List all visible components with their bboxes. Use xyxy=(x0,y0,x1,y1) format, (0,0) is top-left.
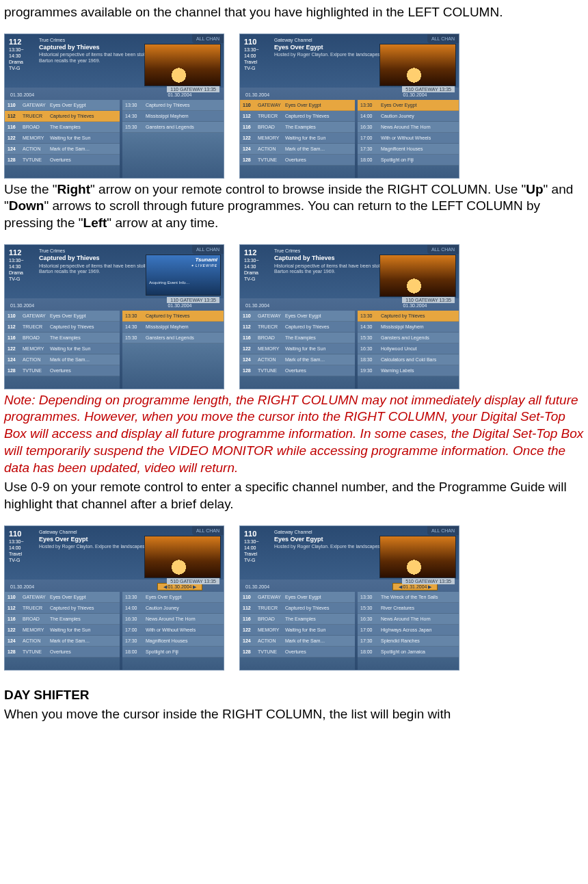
channel-row[interactable]: 112TRUECRCaptured by Thieves xyxy=(240,111,355,122)
channel-row[interactable]: 122MEMORYWaiting for the Sun xyxy=(5,625,120,636)
channel-row[interactable]: 116BROADThe Examples xyxy=(240,122,355,133)
channel-num: 128 xyxy=(243,367,258,374)
channel-row[interactable]: 112TRUECRCaptured by Thieves xyxy=(5,322,120,333)
monitor-label: 510 GATEWAY 13:35 xyxy=(402,578,455,584)
schedule-row[interactable]: 13:30Captured by Thieves xyxy=(122,311,224,322)
schedule-row[interactable]: 13:30Captured by Thieves xyxy=(358,311,459,322)
day-shifter[interactable]: 01.31.2004 xyxy=(392,583,438,590)
schedule-row[interactable]: 14:30Mississippi Mayhem xyxy=(358,322,459,333)
channel-call: GATEWAY xyxy=(23,102,50,108)
schedule-title: News Around The Horn xyxy=(381,616,456,622)
kw-up: Up xyxy=(526,182,543,196)
channel-num: 128 xyxy=(243,649,258,655)
channel-row[interactable]: 110GATEWAYEyes Over Eygpt xyxy=(5,100,120,111)
channel-row[interactable]: 112TRUECRCaptured by Thieves xyxy=(5,111,120,122)
channel-row[interactable]: 116BROADThe Examples xyxy=(5,122,120,133)
schedule-row[interactable]: 15:30Gansters and Legends xyxy=(122,333,224,343)
schedule-time: 17:00 xyxy=(125,627,146,633)
schedule-row[interactable]: 16:30News Around The Horn xyxy=(122,614,224,625)
channel-row[interactable]: 122MEMORYWaiting for the Sun xyxy=(5,343,120,354)
schedule-time: 13:30 xyxy=(360,594,381,600)
schedule-row[interactable]: 14:00Caution Jouney xyxy=(122,603,224,614)
video-monitor xyxy=(379,536,456,578)
schedule-title: Spotlight on Fiji xyxy=(381,157,456,163)
channel-row[interactable]: 112TRUECRCaptured by Thieves xyxy=(240,322,355,333)
schedule-row[interactable]: 18:00Spotlight on Fiji xyxy=(358,155,459,166)
channel-num: 122 xyxy=(8,346,23,352)
channel-row[interactable]: 116BROADThe Examples xyxy=(5,333,120,343)
schedule-row[interactable]: 17:00With or Without Wheels xyxy=(358,133,459,144)
channel-row[interactable]: 124ACTIONMark of the Sam… xyxy=(5,354,120,365)
channel-row[interactable]: 128TVTUNEOvertures xyxy=(240,647,355,658)
schedule-row[interactable]: 16:30News Around The Horn xyxy=(358,614,459,625)
channel-num: 112 xyxy=(8,113,23,119)
channel-row[interactable]: 112TRUECRCaptured by Thieves xyxy=(240,603,355,614)
schedule-title: Mississippi Mayhem xyxy=(146,324,221,330)
channel-prog: Overtures xyxy=(50,367,117,374)
channel-row[interactable]: 122MEMORYWaiting for the Sun xyxy=(5,133,120,144)
schedule-row[interactable]: 17:30Magnificent Houses xyxy=(122,636,224,647)
channel-row[interactable]: 124ACTIONMark of the Sam… xyxy=(5,636,120,647)
programme-rating: TV-G xyxy=(9,276,35,282)
channel-row[interactable]: 128TVTUNEOvertures xyxy=(240,155,355,166)
channel-row[interactable]: 110GATEWAYEyes Over Eygpt xyxy=(5,592,120,603)
schedule-row[interactable]: 16:30News Around The Horn xyxy=(358,122,459,133)
channel-row[interactable]: 112TRUECRCaptured by Thieves xyxy=(5,603,120,614)
schedule-row[interactable]: 16:30Hollywood Uncut xyxy=(358,343,459,354)
schedule-row[interactable]: 13:30The Wreck of the Ten Sails xyxy=(358,592,459,603)
channel-call: MEMORY xyxy=(23,346,50,352)
channel-row[interactable]: 122MEMORYWaiting for the Sun xyxy=(240,625,355,636)
channel-num: 110 xyxy=(8,102,23,108)
schedule-row[interactable]: 17:30Splendid Ranches xyxy=(358,636,459,647)
channel-row[interactable]: 124ACTIONMark of the Sam… xyxy=(240,144,355,155)
channel-number: 110 xyxy=(9,529,35,538)
channel-call: BROAD xyxy=(258,616,285,622)
channel-row[interactable]: 128TVTUNEOvertures xyxy=(5,365,120,376)
channel-row[interactable]: 116BROADThe Examples xyxy=(5,614,120,625)
channel-prog: Captured by Thieves xyxy=(285,605,352,611)
channel-num: 124 xyxy=(243,146,258,152)
channel-row[interactable]: 128TVTUNEOvertures xyxy=(240,365,355,376)
schedule-row[interactable]: 18:00Spotlight on Fiji xyxy=(122,647,224,658)
schedule-row[interactable]: 17:00Highways Across Japan xyxy=(358,625,459,636)
video-monitor xyxy=(379,44,456,86)
schedule-row[interactable]: 13:30Eyes Over Eygpt xyxy=(122,592,224,603)
schedule-row[interactable]: 15:30Gansters and Legends xyxy=(122,122,224,133)
channel-row[interactable]: 128TVTUNEOvertures xyxy=(5,647,120,658)
channel-num: 116 xyxy=(8,616,23,622)
schedule-row[interactable]: 13:30Captured by Thieves xyxy=(122,100,224,111)
channel-row[interactable]: 110GATEWAYEyes Over Eygpt xyxy=(240,592,355,603)
channel-call: MEMORY xyxy=(258,346,285,352)
schedule-row[interactable]: 17:30Magnificent Houses xyxy=(358,144,459,155)
channel-row[interactable]: 124ACTIONMark of the Sam… xyxy=(5,144,120,155)
channel-row[interactable]: 110GATEWAYEyes Over Eygpt xyxy=(240,100,355,111)
programme-rating: TV-G xyxy=(244,276,270,282)
schedule-row[interactable]: 15:30River Creatures xyxy=(358,603,459,614)
schedule-row[interactable]: 14:30Mississippi Mayhem xyxy=(122,111,224,122)
channel-row[interactable]: 110GATEWAYEyes Over Eygpt xyxy=(240,311,355,322)
schedule-title: Spotlight on Jamaica xyxy=(381,649,456,655)
channel-row[interactable]: 124ACTIONMark of the Sam… xyxy=(240,636,355,647)
kw-right: Right xyxy=(57,182,91,196)
channel-row[interactable]: 122MEMORYWaiting for the Sun xyxy=(240,133,355,144)
schedule-row[interactable]: 15:30Gansters and Legends xyxy=(358,333,459,343)
schedule-row[interactable]: 18:30Calculators and Cold Bars xyxy=(358,354,459,365)
channel-row[interactable]: 124ACTIONMark of the Sam… xyxy=(240,354,355,365)
schedule-row[interactable]: 17:00With or Without Wheels xyxy=(122,625,224,636)
channel-row[interactable]: 128TVTUNEOvertures xyxy=(5,155,120,166)
channel-call: TVTUNE xyxy=(258,649,285,655)
channel-row[interactable]: 116BROADThe Examples xyxy=(240,614,355,625)
channel-row[interactable]: 110GATEWAYEyes Over Eygpt xyxy=(5,311,120,322)
schedule-row[interactable]: 18:00Spotlight on Jamaica xyxy=(358,647,459,658)
schedule-row[interactable]: 14:30Mississippi Mayhem xyxy=(122,322,224,333)
day-shifter[interactable]: 01.30.2004 xyxy=(157,583,203,590)
channel-row[interactable]: 116BROADThe Examples xyxy=(240,333,355,343)
channel-prog: Eyes Over Eygpt xyxy=(285,102,352,108)
channel-row[interactable]: 122MEMORYWaiting for the Sun xyxy=(240,343,355,354)
video-monitor xyxy=(144,536,221,578)
channel-prog: Overtures xyxy=(285,649,352,655)
schedule-row[interactable]: 14:00Caution Jouney xyxy=(358,111,459,122)
schedule-row[interactable]: 19:30Warning Labels xyxy=(358,365,459,376)
schedule-row[interactable]: 13:30Eyes Over Eygpt xyxy=(358,100,459,111)
channel-call: TVTUNE xyxy=(258,157,285,163)
